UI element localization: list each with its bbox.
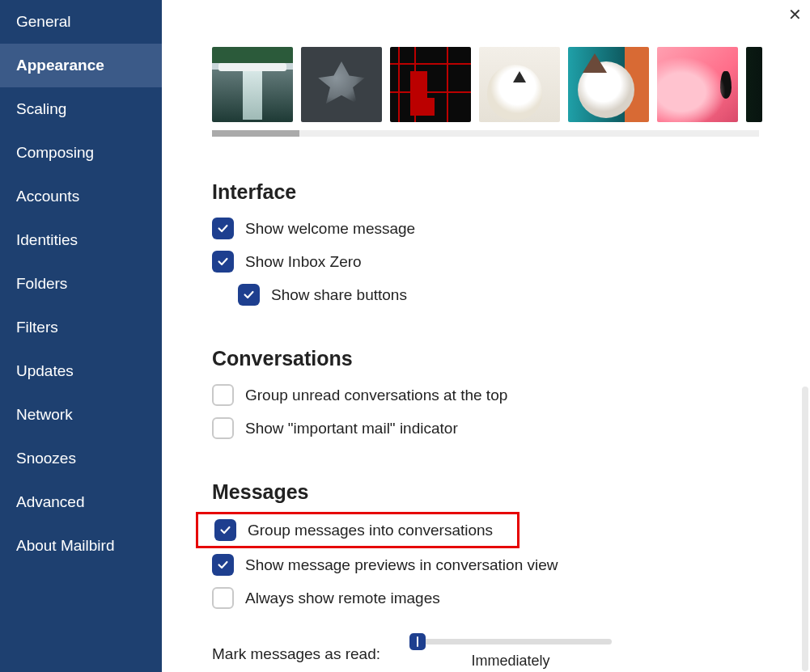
- option-group-unread[interactable]: Group unread conversations at the top: [212, 378, 810, 412]
- mark-as-read-slider[interactable]: [409, 639, 612, 645]
- highlighted-option: Group messages into conversations: [196, 512, 520, 548]
- sidebar-item-network[interactable]: Network: [0, 393, 162, 437]
- sidebar-item-identities[interactable]: Identities: [0, 218, 162, 262]
- option-show-share-buttons[interactable]: Show share buttons: [212, 278, 810, 311]
- settings-sidebar: General Appearance Scaling Composing Acc…: [0, 0, 162, 672]
- theme-thumbnails: [212, 47, 810, 122]
- mark-as-read-slider-thumb[interactable]: [409, 633, 426, 650]
- option-label: Group messages into conversations: [248, 522, 493, 539]
- option-always-remote[interactable]: Always show remote images: [212, 581, 810, 615]
- sidebar-item-updates[interactable]: Updates: [0, 349, 162, 393]
- sidebar-item-accounts[interactable]: Accounts: [0, 175, 162, 218]
- checkbox-show-inbox-zero[interactable]: [212, 251, 234, 273]
- checkbox-group-unread[interactable]: [212, 384, 234, 406]
- option-label: Show Inbox Zero: [245, 253, 362, 271]
- option-label: Show "important mail" indicator: [245, 420, 458, 437]
- theme-thumbnail-direwolf[interactable]: [301, 47, 382, 122]
- sidebar-item-appearance[interactable]: Appearance: [0, 44, 162, 87]
- theme-thumbnail-more[interactable]: [746, 47, 762, 122]
- sidebar-item-general[interactable]: General: [0, 0, 162, 44]
- option-label: Show welcome message: [245, 220, 415, 238]
- checkbox-show-share-buttons[interactable]: [238, 284, 260, 306]
- content-scrollbar[interactable]: [802, 387, 808, 671]
- sidebar-item-filters[interactable]: Filters: [0, 306, 162, 349]
- sidebar-item-scaling[interactable]: Scaling: [0, 87, 162, 131]
- option-label: Show message previews in conversation vi…: [245, 556, 558, 574]
- sidebar-item-advanced[interactable]: Advanced: [0, 480, 162, 524]
- checkbox-show-important[interactable]: [212, 417, 234, 439]
- theme-scrollbar[interactable]: [212, 130, 759, 137]
- check-icon: [216, 222, 230, 235]
- theme-thumbnail-waterfall[interactable]: [212, 47, 293, 122]
- option-label: Show share buttons: [271, 286, 407, 304]
- checkbox-show-previews[interactable]: [212, 554, 234, 576]
- check-icon: [242, 288, 256, 302]
- option-show-welcome[interactable]: Show welcome message: [212, 212, 810, 245]
- option-show-inbox-zero[interactable]: Show Inbox Zero: [212, 245, 810, 278]
- theme-thumbnail-kitten[interactable]: [479, 47, 560, 122]
- sidebar-item-composing[interactable]: Composing: [0, 131, 162, 175]
- option-group-into-conversations[interactable]: Group messages into conversations: [203, 519, 512, 541]
- mark-as-read-row: Mark messages as read: Immediately: [212, 639, 810, 670]
- section-title-conversations: Conversations: [212, 347, 810, 370]
- mark-as-read-slider-wrap: Immediately: [409, 639, 612, 670]
- section-title-interface: Interface: [212, 180, 810, 204]
- mark-as-read-label: Mark messages as read:: [212, 645, 380, 663]
- option-label: Group unread conversations at the top: [245, 387, 507, 404]
- checkbox-always-remote[interactable]: [212, 587, 234, 609]
- checkbox-show-welcome[interactable]: [212, 218, 234, 239]
- theme-thumbnail-circuit[interactable]: [390, 47, 471, 122]
- theme-thumbnail-cat[interactable]: [568, 47, 649, 122]
- option-show-important[interactable]: Show "important mail" indicator: [212, 412, 810, 445]
- mark-as-read-value: Immediately: [409, 653, 612, 670]
- checkbox-group-into-conversations[interactable]: [214, 519, 236, 541]
- option-label: Always show remote images: [245, 590, 440, 607]
- option-show-previews[interactable]: Show message previews in conversation vi…: [212, 548, 810, 581]
- sidebar-item-snoozes[interactable]: Snoozes: [0, 437, 162, 480]
- sidebar-item-folders[interactable]: Folders: [0, 262, 162, 306]
- settings-content: Interface Show welcome message Show Inbo…: [162, 0, 810, 672]
- check-icon: [216, 558, 230, 572]
- check-icon: [216, 255, 230, 268]
- sidebar-item-about[interactable]: About Mailbird: [0, 524, 162, 568]
- theme-thumbnail-flamingo[interactable]: [657, 47, 738, 122]
- section-title-messages: Messages: [212, 480, 810, 504]
- check-icon: [218, 523, 232, 537]
- theme-scrollbar-handle[interactable]: [212, 130, 299, 137]
